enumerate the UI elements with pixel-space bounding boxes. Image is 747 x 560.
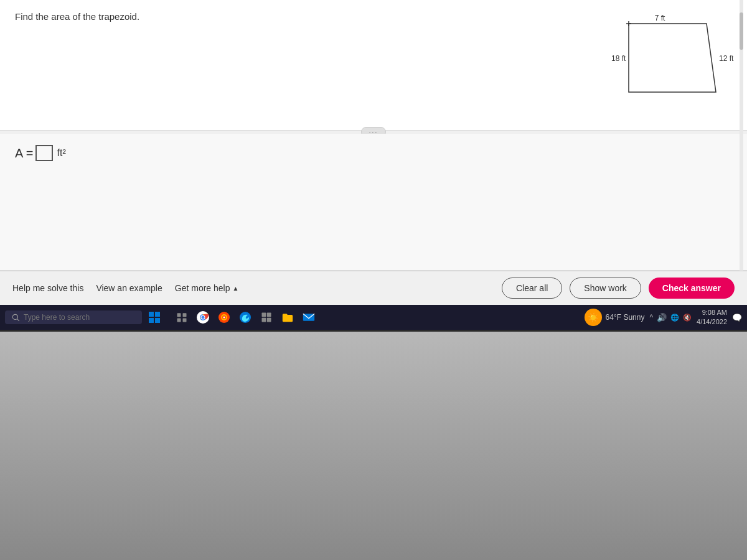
weather-widget[interactable]: ☀️ 64°F Sunny <box>585 309 645 326</box>
apps-icon <box>261 312 272 323</box>
date-text: 4/14/2022 <box>697 317 727 327</box>
svg-point-20 <box>223 317 225 319</box>
svg-rect-24 <box>262 318 266 322</box>
file-explorer-icon <box>281 312 294 323</box>
svg-rect-7 <box>149 318 154 323</box>
task-view-icon <box>176 312 187 323</box>
svg-rect-8 <box>155 318 160 323</box>
check-answer-button[interactable]: Check answer <box>649 278 735 299</box>
taskbar-search-bar[interactable] <box>5 310 142 324</box>
weather-text: 64°F Sunny <box>606 313 645 322</box>
mail-icon <box>303 312 315 322</box>
scrollbar-thumb[interactable] <box>740 12 743 50</box>
file-explorer-button[interactable] <box>278 307 298 327</box>
get-more-help-button[interactable]: Get more help ▲ <box>175 283 239 293</box>
taskbar: ☀️ 64°F Sunny ^ 🔊 🌐 🔇 9:08 AM 4/14/2022 <box>0 305 747 330</box>
formula-suffix: ft² <box>57 147 65 159</box>
apps-button[interactable] <box>256 307 276 327</box>
edge-button[interactable] <box>235 307 255 327</box>
svg-rect-5 <box>149 312 154 317</box>
search-icon <box>11 313 20 322</box>
svg-point-16 <box>202 316 205 319</box>
svg-rect-23 <box>267 313 271 317</box>
taskbar-search-input[interactable] <box>24 313 123 322</box>
taskbar-right: ☀️ 64°F Sunny ^ 🔊 🌐 🔇 9:08 AM 4/14/2022 <box>585 308 742 327</box>
chevron-up-icon[interactable]: ^ <box>649 313 653 322</box>
get-more-help-label: Get more help <box>175 283 230 293</box>
left-label: 18 ft <box>611 54 626 63</box>
taskbar-apps <box>172 307 319 327</box>
scrollbar[interactable] <box>740 0 743 305</box>
answer-section: A = ft² <box>0 134 747 271</box>
svg-marker-0 <box>629 24 716 92</box>
weather-icon: ☀️ <box>585 309 602 326</box>
svg-rect-25 <box>267 318 271 322</box>
trapezoid-svg: 7 ft 12 ft 18 ft <box>610 11 735 108</box>
more-help-arrow-icon: ▲ <box>232 285 238 292</box>
volume-icon[interactable]: 🔊 <box>657 313 667 322</box>
svg-point-3 <box>12 314 17 319</box>
edge-icon <box>239 311 251 324</box>
svg-rect-10 <box>183 313 187 317</box>
windows-start-button[interactable] <box>144 307 164 327</box>
firefox-icon <box>218 311 230 324</box>
svg-rect-12 <box>183 319 187 322</box>
system-tray: ^ 🔊 🌐 🔇 <box>649 313 692 322</box>
answer-input-box[interactable] <box>35 145 53 161</box>
problem-section: Find the area of the trapezoid. 7 ft 12 … <box>0 0 747 131</box>
time-text: 9:08 AM <box>697 308 727 317</box>
svg-rect-9 <box>177 313 181 317</box>
chrome-icon <box>197 311 209 324</box>
laptop-body: hp ⚡ 🔆 🔅 ⟳ ⏮ ⏯ ⏭ 🔇 🔉 🔊 ins delete ~ !1 @… <box>0 332 747 560</box>
formula-prefix: A = <box>15 146 33 161</box>
toolbar: Help me solve this View an example Get m… <box>0 271 747 305</box>
network-icon[interactable]: 🌐 <box>670 314 679 322</box>
show-work-button[interactable]: Show work <box>570 278 641 299</box>
notification-icon[interactable]: 🗨️ <box>732 313 742 322</box>
mail-button[interactable] <box>299 307 319 327</box>
clear-all-button[interactable]: Clear all <box>502 278 562 299</box>
top-label: 7 ft <box>655 14 665 22</box>
svg-rect-6 <box>155 312 160 317</box>
answer-formula: A = ft² <box>15 145 732 161</box>
windows-logo-icon <box>149 312 160 323</box>
firefox-button[interactable] <box>214 307 234 327</box>
toolbar-left: Help me solve this View an example Get m… <box>12 283 502 293</box>
laptop-screen: Find the area of the trapezoid. 7 ft 12 … <box>0 0 747 330</box>
view-example-link[interactable]: View an example <box>96 283 162 293</box>
svg-line-4 <box>17 319 19 321</box>
svg-rect-22 <box>262 313 266 317</box>
task-view-button[interactable] <box>172 307 192 327</box>
toolbar-right: Clear all Show work Check answer <box>502 278 735 299</box>
mute-icon[interactable]: 🔇 <box>683 314 692 322</box>
help-solve-link[interactable]: Help me solve this <box>12 283 83 293</box>
chrome-button[interactable] <box>193 307 213 327</box>
clock-display[interactable]: 9:08 AM 4/14/2022 <box>697 308 727 327</box>
trapezoid-diagram: 7 ft 12 ft 18 ft <box>610 11 735 111</box>
right-label: 12 ft <box>719 54 734 63</box>
svg-rect-11 <box>177 319 181 322</box>
